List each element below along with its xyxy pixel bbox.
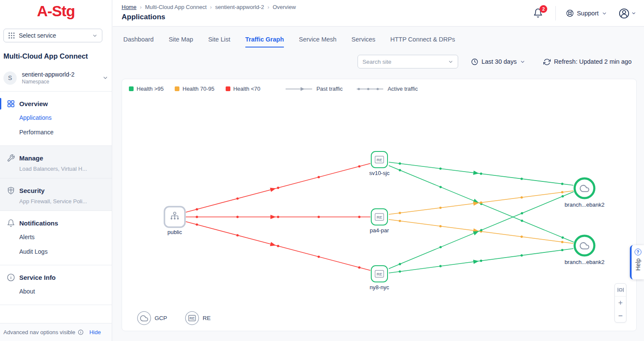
- graph-edge-ny8-nyc-cloud-bottom: [389, 249, 573, 273]
- info-icon: [7, 273, 15, 282]
- graph-node-ny8-nyc[interactable]: REny8-nyc: [370, 266, 389, 291]
- chevron-down-icon: [520, 59, 525, 65]
- breadcrumb-separator: ›: [210, 4, 212, 10]
- zoom-controls: + −: [614, 283, 626, 323]
- active-indicator: [0, 98, 1, 110]
- help-tab[interactable]: ? Help: [630, 245, 644, 279]
- sidebar-item-service-info[interactable]: Service Info: [0, 271, 112, 284]
- product-title: Multi-Cloud App Connect: [3, 52, 88, 60]
- breadcrumb-item[interactable]: sentient-appworld-2: [215, 4, 264, 10]
- apps-grid-icon: [8, 32, 15, 39]
- sidebar-item-security[interactable]: Security: [0, 184, 112, 197]
- tab-http-connect-drps[interactable]: HTTP Connect & DRPs: [390, 36, 455, 47]
- nav-section-manage: Manage Load Balancers, Virtual H...: [0, 146, 112, 178]
- graph-node-pa4-par[interactable]: REpa4-par: [370, 209, 389, 234]
- graph-node-sv10-sjc[interactable]: REsv10-sjc: [369, 151, 390, 176]
- sidebar-nav: Overview Applications Performance Manage…: [0, 91, 112, 323]
- svg-text:RE: RE: [190, 316, 195, 320]
- graph-edge-sv10-sjc-cloud-top: [389, 162, 573, 185]
- node-label: sv10-sjc: [369, 170, 390, 176]
- top-header: Home › Multi-Cloud App Connect › sentien…: [113, 0, 644, 27]
- breadcrumb-home[interactable]: Home: [122, 4, 137, 10]
- namespace-type-label: Namespace: [22, 79, 97, 85]
- refresh-status-label: Refresh: Updated 2 min ago: [554, 58, 632, 65]
- breadcrumb-separator: ›: [268, 4, 269, 10]
- chevron-down-icon: [92, 33, 98, 39]
- hide-nav-link[interactable]: Hide: [89, 329, 101, 335]
- graph-edge-public-sv10-sjc: [186, 163, 370, 212]
- tab-traffic-graph[interactable]: Traffic Graph: [245, 36, 284, 47]
- graph-edge-public-pa4-par: [186, 215, 370, 219]
- breadcrumb-item[interactable]: Multi-Cloud App Connect: [145, 4, 207, 10]
- time-range-dropdown[interactable]: Last 30 days: [471, 58, 525, 65]
- app-root: A-Stg Select service Multi-Cloud App Con…: [0, 0, 644, 341]
- graph-edge-pa4-par-cloud-top: [389, 191, 573, 214]
- node-label: branch...ebank2: [564, 202, 604, 208]
- search-input[interactable]: [362, 59, 448, 65]
- tab-site-list[interactable]: Site List: [208, 36, 230, 47]
- notifications-button[interactable]: 2: [533, 8, 543, 18]
- breadcrumb: Home › Multi-Cloud App Connect › sentien…: [122, 4, 296, 10]
- fit-to-screen-button[interactable]: [615, 284, 626, 297]
- page-title: Applications: [122, 13, 165, 21]
- grid-icon: [7, 100, 15, 108]
- nav-label: Security: [19, 187, 45, 194]
- notification-count-badge: 2: [540, 5, 547, 13]
- tab-site-map[interactable]: Site Map: [169, 36, 193, 47]
- help-question-icon: ?: [635, 249, 641, 255]
- cloud-icon: [137, 311, 151, 325]
- node-type-legend: GCP RE RE: [137, 311, 211, 325]
- chevron-down-icon: [602, 11, 607, 16]
- tab-dashboard[interactable]: Dashboard: [123, 36, 154, 47]
- node-label: branch...ebank2: [564, 259, 604, 265]
- nav-label: Overview: [19, 100, 48, 107]
- refresh-button[interactable]: Refresh: Updated 2 min ago: [543, 58, 632, 65]
- traffic-graph-canvas[interactable]: publicREsv10-sjcREpa4-parREny8-nycbranch…: [122, 79, 638, 332]
- divider: [0, 305, 112, 305]
- namespace-avatar: S: [3, 71, 17, 85]
- tab-services[interactable]: Services: [352, 36, 376, 47]
- sidebar-item-alerts[interactable]: Alerts: [0, 230, 112, 244]
- nav-label: Notifications: [19, 219, 58, 227]
- legend-label: GCP: [155, 315, 167, 321]
- svg-text:RE: RE: [376, 157, 382, 162]
- user-menu[interactable]: [618, 8, 636, 19]
- sidebar: A-Stg Select service Multi-Cloud App Con…: [0, 0, 112, 341]
- nav-label: Manage: [19, 154, 43, 162]
- info-icon: [78, 329, 83, 335]
- nav-section-security: Security App Firewall, Service Poli...: [0, 178, 112, 211]
- node-label: public: [167, 229, 182, 235]
- tab-service-mesh[interactable]: Service Mesh: [299, 36, 337, 47]
- nav-label: Service Info: [19, 274, 56, 281]
- zoom-in-button[interactable]: +: [615, 297, 626, 309]
- refresh-icon: [543, 58, 551, 65]
- graph-edge-pa4-par-cloud-bottom: [389, 219, 573, 243]
- nav-section-overview: Overview Applications Performance: [0, 92, 112, 145]
- chevron-down-icon: [631, 11, 636, 16]
- sidebar-item-applications[interactable]: Applications: [0, 110, 112, 125]
- sidebar-item-notifications[interactable]: Notifications: [0, 216, 112, 230]
- graph-node-cloud-bottom[interactable]: branch...ebank2: [564, 236, 604, 265]
- sidebar-item-performance[interactable]: Performance: [0, 125, 112, 139]
- breadcrumb-item: Overview: [273, 4, 296, 10]
- select-service-dropdown[interactable]: Select service: [3, 29, 102, 42]
- support-menu[interactable]: Support: [566, 9, 607, 17]
- namespace-selector[interactable]: S sentient-appworld-2 Namespace: [3, 68, 108, 87]
- sidebar-item-about[interactable]: About: [0, 284, 112, 299]
- fit-screen-icon: [617, 286, 625, 294]
- chevron-down-icon: [102, 75, 108, 81]
- sidebar-item-overview[interactable]: Overview: [0, 97, 112, 110]
- lifebuoy-icon: [566, 9, 574, 17]
- nav-subtitle: Load Balancers, Virtual H...: [0, 165, 112, 172]
- sidebar-item-manage[interactable]: Manage: [0, 151, 112, 165]
- graph-node-public[interactable]: public: [164, 207, 185, 235]
- wrench-icon: [7, 154, 15, 162]
- legend-gcp: GCP: [137, 311, 167, 325]
- advanced-nav-footer: Advanced nav options visible Hide: [0, 323, 112, 341]
- zoom-out-button[interactable]: −: [615, 309, 626, 322]
- header-actions: 2 Support: [533, 0, 636, 27]
- site-search-combobox[interactable]: [358, 55, 458, 68]
- svg-text:RE: RE: [376, 272, 382, 276]
- sidebar-item-audit-logs[interactable]: Audit Logs: [0, 244, 112, 259]
- traffic-graph-panel: Health >95 Health 70-95 Health <70 Past …: [122, 79, 637, 331]
